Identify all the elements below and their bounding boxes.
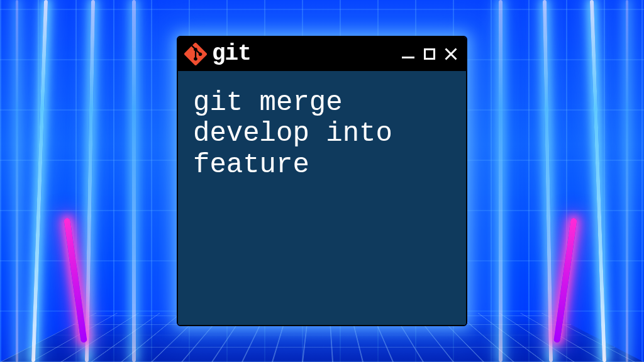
terminal-body[interactable]: git merge develop into feature [178,71,466,325]
neon-line [132,0,136,362]
close-icon [444,47,458,61]
neon-line [499,0,502,362]
neon-line [16,0,18,362]
minimize-button[interactable] [401,47,416,62]
window-title: git [212,43,251,65]
maximize-button[interactable] [422,47,437,62]
minimize-icon [402,57,414,58]
maximize-icon [424,48,435,60]
titlebar[interactable]: git [178,37,466,71]
close-button[interactable] [443,47,458,62]
window-controls [401,47,458,62]
neon-line [626,0,628,362]
git-logo-icon [184,43,207,65]
command-text: git merge develop into feature [193,87,451,180]
terminal-window: git git merge develop into feature [177,36,467,326]
